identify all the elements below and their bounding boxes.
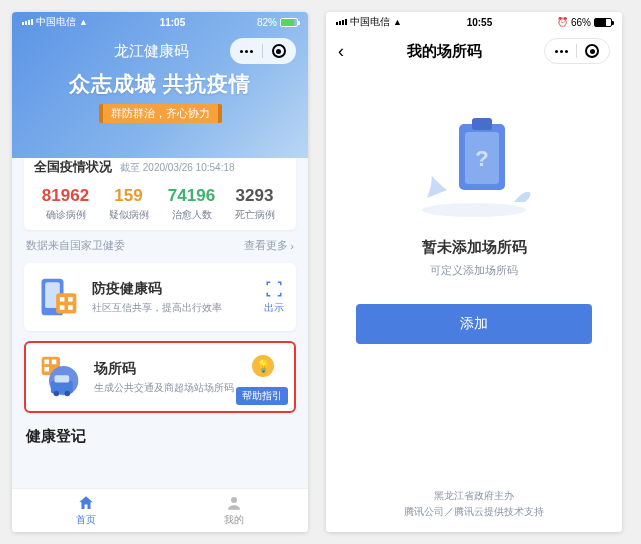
svg-text:?: ? — [475, 146, 488, 171]
svg-rect-2 — [56, 293, 76, 313]
card-title: 防疫健康码 — [92, 280, 252, 298]
clipboard-icon: ? — [409, 110, 539, 220]
capsule-menu[interactable] — [230, 38, 296, 64]
battery-percent: 82% — [257, 17, 277, 28]
svg-rect-20 — [472, 118, 492, 130]
tab-mine[interactable]: 我的 — [160, 489, 308, 532]
phone-left: 中国电信 ▲ 11:05 82% 龙江健康码 众志成城 共抗疫情 群防群治，齐心… — [12, 12, 308, 532]
section-health-register: 健康登记 — [26, 427, 294, 446]
more-icon — [240, 50, 253, 53]
footer-line1: 黑龙江省政府主办 — [326, 488, 622, 504]
capsule-menu[interactable] — [544, 38, 610, 64]
help-badge[interactable]: 帮助指引 — [236, 387, 288, 405]
signal-icon — [22, 19, 33, 25]
card-health-code[interactable]: 防疫健康码 社区互信共享，提高出行效率 出示 — [24, 263, 296, 331]
stat-suspected: 159 疑似病例 — [97, 186, 160, 222]
battery-icon — [280, 18, 298, 27]
hero-headline: 众志成城 共抗疫情 — [24, 70, 296, 98]
more-icon — [555, 50, 568, 53]
more-link[interactable]: 查看更多 › — [244, 238, 294, 253]
wifi-icon: ▲ — [79, 18, 88, 27]
stats-card[interactable]: 全国疫情状况 截至 2020/03/26 10:54:18 81962 确诊病例… — [24, 158, 296, 230]
svg-rect-12 — [51, 381, 73, 394]
footer: 黑龙江省政府主办 腾讯公司／腾讯云提供技术支持 — [326, 480, 622, 532]
carrier-label: 中国电信 — [36, 15, 76, 29]
empty-subtitle: 可定义添加场所码 — [430, 263, 518, 278]
card-sub: 社区互信共享，提高出行效率 — [92, 301, 252, 315]
alarm-icon: ⏰ — [557, 17, 568, 27]
svg-rect-3 — [60, 297, 65, 302]
empty-state: ? 暂未添加场所码 可定义添加场所码 添加 — [326, 70, 622, 480]
app-title: 龙江健康码 — [24, 42, 189, 61]
stat-cured: 74196 治愈人数 — [160, 186, 223, 222]
svg-point-13 — [54, 391, 60, 397]
target-icon — [585, 44, 599, 58]
svg-rect-4 — [68, 297, 73, 302]
svg-rect-10 — [44, 367, 49, 372]
svg-rect-6 — [68, 305, 73, 310]
back-icon[interactable]: ‹ — [338, 41, 344, 62]
user-icon — [225, 494, 243, 512]
hero-banner: 龙江健康码 众志成城 共抗疫情 群防群治，齐心协力 — [12, 12, 308, 158]
signal-icon — [336, 19, 347, 25]
phone-right: 中国电信 ▲ 10:55 ⏰ 66% ‹ 我的场所码 — [326, 12, 622, 532]
tab-home[interactable]: 首页 — [12, 489, 160, 532]
stats-title: 全国疫情状况 — [34, 158, 112, 176]
svg-point-17 — [422, 203, 526, 217]
svg-rect-15 — [55, 375, 70, 382]
battery-percent: 66% — [571, 17, 591, 28]
svg-point-14 — [65, 391, 70, 397]
carrier-label: 中国电信 — [350, 15, 390, 29]
main-content: 全国疫情状况 截至 2020/03/26 10:54:18 81962 确诊病例… — [12, 158, 308, 532]
battery-icon — [594, 18, 612, 27]
stats-asof: 截至 2020/03/26 10:54:18 — [120, 161, 235, 175]
stat-confirmed: 81962 确诊病例 — [34, 186, 97, 222]
status-bar: 中国电信 ▲ 10:55 ⏰ 66% — [326, 12, 622, 32]
hero-tagline: 群防群治，齐心协力 — [99, 104, 222, 123]
card-venue-code[interactable]: 场所码 生成公共交通及商超场站场所码 💡 帮助指引 — [24, 341, 296, 413]
bulb-icon: 💡 — [252, 355, 274, 377]
target-icon — [272, 44, 286, 58]
health-code-icon — [36, 275, 80, 319]
nav-bar: ‹ 我的场所码 — [326, 32, 622, 70]
show-action[interactable]: 出示 — [264, 280, 284, 315]
svg-rect-9 — [52, 360, 57, 365]
status-bar: 中国电信 ▲ 11:05 82% — [12, 12, 308, 32]
status-time: 10:55 — [467, 17, 493, 28]
page-title: 我的场所码 — [407, 42, 482, 61]
add-button[interactable]: 添加 — [356, 304, 592, 344]
empty-title: 暂未添加场所码 — [422, 238, 527, 257]
svg-point-16 — [231, 497, 237, 503]
wifi-icon: ▲ — [393, 18, 402, 27]
scan-icon — [265, 280, 283, 298]
status-time: 11:05 — [160, 17, 186, 28]
source-text: 数据来自国家卫健委 — [26, 238, 125, 253]
svg-rect-8 — [44, 360, 49, 365]
chevron-right-icon: › — [290, 240, 294, 252]
home-icon — [77, 494, 95, 512]
stat-death: 3293 死亡病例 — [223, 186, 286, 222]
venue-code-icon — [38, 355, 82, 399]
source-row: 数据来自国家卫健委 查看更多 › — [26, 238, 294, 253]
tab-bar: 首页 我的 — [12, 488, 308, 532]
main-content: ‹ 我的场所码 ? 暂未添加场所码 可定义添加场所码 添加 黑 — [326, 12, 622, 532]
svg-rect-5 — [60, 305, 65, 310]
footer-line2: 腾讯公司／腾讯云提供技术支持 — [326, 504, 622, 520]
